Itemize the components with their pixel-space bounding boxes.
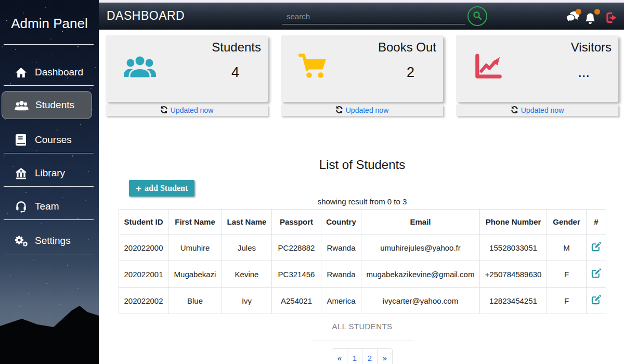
cart-icon — [298, 53, 329, 82]
cell-student-id: 202022002 — [119, 288, 168, 314]
divider — [4, 44, 94, 45]
add-student-label: add Student — [145, 184, 188, 193]
search-input[interactable] — [282, 9, 465, 24]
refresh-icon — [511, 106, 518, 115]
sidebar-item-students[interactable]: Students — [2, 91, 92, 119]
main-content: Students 4 Updated now — [99, 30, 624, 364]
cell-country: Rwanda — [321, 235, 361, 261]
cell-passport: PC321456 — [272, 261, 321, 288]
sidebar-item-label: Dashboard — [35, 67, 83, 78]
col-email: Email — [361, 210, 480, 235]
topbar: DASHBOARD — [99, 3, 624, 30]
students-card[interactable]: Students 4 — [106, 35, 268, 102]
col-phone: Phone Number — [480, 210, 547, 235]
cell-last-name: Jules — [222, 235, 272, 261]
logout-icon — [605, 11, 618, 24]
plus-icon: + — [136, 184, 141, 193]
divider — [4, 153, 94, 153]
sidebar-item-team[interactable]: Team — [0, 193, 99, 219]
sidebar-item-label: Library — [35, 167, 65, 179]
col-gender: Gender — [547, 210, 587, 235]
books-out-card[interactable]: Books Out 2 — [281, 35, 443, 102]
card-footer-label: Updated now — [171, 106, 214, 114]
home-icon — [14, 67, 28, 78]
card-value: 4 — [231, 64, 239, 81]
headset-icon — [14, 200, 28, 213]
books-out-card-footer[interactable]: Updated now — [281, 105, 443, 116]
cell-country: Rwanda — [321, 261, 361, 288]
gears-icon — [14, 235, 28, 247]
table-header-row: Student ID First Name Last Name Passport… — [119, 210, 606, 235]
result-summary: showing result from 0 to 3 — [119, 197, 606, 206]
cell-country: America — [321, 288, 361, 314]
cell-email: ivycarter@yahoo.com — [361, 288, 480, 314]
col-last-name: Last Name — [222, 210, 272, 235]
card-footer-label: Updated now — [521, 106, 564, 114]
cell-passport: A254021 — [272, 288, 321, 314]
col-actions: # — [587, 210, 606, 235]
students-card-footer[interactable]: Updated now — [106, 105, 268, 116]
notification-dot — [576, 9, 581, 15]
visitors-card-footer[interactable]: Updated now — [456, 105, 618, 116]
cell-phone: 12823454251 — [480, 288, 547, 314]
sidebar: Admin Panel Dashboard — [0, 0, 99, 364]
refresh-icon — [160, 106, 168, 115]
sidebar-item-courses[interactable]: Courses — [0, 127, 99, 153]
sidebar-item-library[interactable]: Library — [0, 160, 99, 186]
divider — [4, 254, 94, 254]
students-table: Student ID First Name Last Name Passport… — [119, 209, 606, 314]
cell-passport: PC228882 — [272, 235, 321, 261]
divider — [4, 186, 94, 187]
search-icon — [473, 11, 482, 22]
sidebar-item-label: Team — [35, 201, 59, 212]
card-footer-label: Updated now — [346, 106, 389, 114]
sidebar-item-dashboard[interactable]: Dashboard — [0, 59, 99, 85]
cell-phone: 15528033051 — [480, 235, 547, 261]
app-title: Admin Panel — [0, 16, 99, 31]
cell-gender: M — [547, 235, 587, 261]
edit-icon — [591, 242, 601, 252]
pagination-prev[interactable]: « — [332, 348, 347, 364]
add-student-button[interactable]: + add Student — [129, 180, 194, 197]
pagination-next[interactable]: » — [377, 348, 393, 364]
sidebar-item-settings[interactable]: Settings — [0, 228, 99, 254]
notifications-button[interactable] — [584, 11, 599, 24]
cell-gender: F — [547, 261, 587, 288]
card-value: ... — [578, 64, 590, 81]
sidebar-item-label: Courses — [35, 134, 72, 146]
search-button[interactable] — [467, 6, 487, 26]
table-row: 202022001 Mugabekazi Kevine PC321456 Rwa… — [119, 261, 606, 288]
refresh-icon — [335, 106, 343, 115]
sidebar-item-label: Settings — [35, 235, 71, 246]
edit-row-button[interactable] — [587, 235, 606, 261]
card-title: Visitors — [571, 40, 612, 55]
divider — [4, 219, 94, 220]
library-icon — [14, 167, 28, 179]
visitors-card[interactable]: Visitors ... — [456, 35, 618, 102]
divider — [311, 341, 413, 341]
pagination-page-2[interactable]: 2 — [362, 348, 378, 364]
edit-row-button[interactable] — [587, 288, 606, 314]
col-student-id: Student ID — [119, 210, 168, 235]
edit-row-button[interactable] — [587, 261, 606, 288]
cell-first-name: Blue — [168, 288, 222, 314]
book-icon — [14, 134, 28, 146]
cell-first-name: Umuhire — [168, 235, 222, 261]
table-footer-label: ALL STUDENTS — [119, 322, 606, 331]
pagination: « 1 2 » — [332, 348, 393, 364]
cell-last-name: Ivy — [222, 288, 272, 314]
chart-line-icon — [474, 53, 503, 82]
users-icon — [14, 100, 29, 111]
logout-button[interactable] — [605, 11, 619, 25]
card-title: Students — [212, 40, 261, 55]
admin-dashboard-page: Admin Panel Dashboard — [0, 0, 624, 364]
pagination-page-1[interactable]: 1 — [347, 348, 362, 364]
col-first-name: First Name — [168, 210, 222, 235]
cell-student-id: 202022000 — [119, 235, 168, 261]
card-title: Books Out — [378, 40, 436, 55]
edit-icon — [591, 295, 601, 305]
messages-button[interactable] — [566, 11, 580, 24]
section-heading: List of Students — [119, 158, 606, 172]
notification-dot — [594, 9, 600, 15]
cell-email: umuhirejules@yahoo.fr — [361, 235, 480, 261]
